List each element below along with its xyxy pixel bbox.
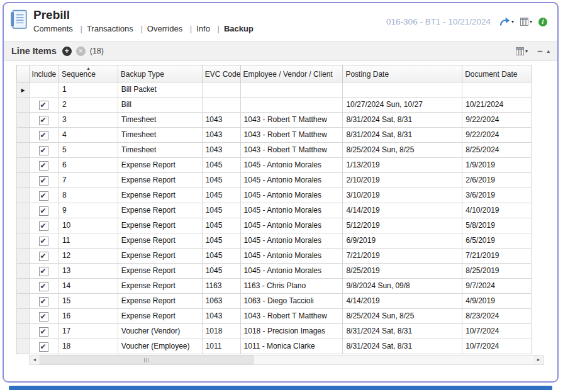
table-row[interactable]: ✔ 3 Timesheet 1043 1043 - Robert T Matth… [16,113,532,128]
include-checkbox[interactable]: ✔ [39,146,48,155]
column-header-employee-vendor-client[interactable]: Employee / Vendor / Client [241,65,343,82]
include-checkbox[interactable]: ✔ [39,297,48,306]
include-checkbox[interactable]: ✔ [39,131,48,140]
scrollbar-thumb[interactable] [40,356,254,364]
expand-section-icon[interactable]: ▴ [547,48,550,54]
include-checkbox[interactable]: ✔ [39,161,48,171]
check-icon: ✔ [40,189,46,203]
include-cell: ✔ [30,113,59,128]
scrollbar-track[interactable] [40,356,533,364]
include-checkbox[interactable]: ✔ [39,312,48,322]
table-row[interactable]: ✔ 18 Voucher (Employee) 1011 1011 - Moni… [16,339,532,354]
backup-type-cell: Expense Report [118,233,203,249]
column-header-sequence[interactable]: ▲Sequence [59,65,118,82]
tab[interactable]: Transactions [87,24,133,33]
posting-date-cell: 2/10/2019 [343,173,462,188]
column-header-posting-date[interactable]: Posting Date [343,65,462,82]
include-cell: ✔ [30,173,59,188]
document-date-cell: 10/21/2024 [462,98,532,113]
add-line-item-button[interactable]: + [62,47,72,56]
horizontal-scrollbar[interactable]: ◄ ► [29,355,544,365]
include-checkbox[interactable]: ✔ [39,282,48,291]
evc-code-cell [203,82,241,98]
posting-date-cell: 3/10/2019 [343,188,462,203]
row-indicator-cell [17,128,30,143]
sequence-cell: 11 [59,233,118,249]
backup-type-cell: Expense Report [118,264,203,279]
document-date-cell: 9/7/2024 [462,279,532,294]
table-row[interactable]: ✔ 6 Expense Report 1045 1045 - Antonio M… [16,158,532,173]
employee-vendor-client-cell: 1045 - Antonio Morales [241,233,343,249]
table-row[interactable]: ✔ 2 Bill 10/27/2024 Sun, 10/27 10/21/202… [16,98,532,113]
tab[interactable]: Info [196,24,210,33]
table-row[interactable]: ✔ 9 Expense Report 1045 1045 - Antonio M… [16,203,532,218]
navigate-menu-button[interactable]: ▾ [499,17,514,26]
chevron-down-icon: ▾ [511,19,514,25]
table-row[interactable]: ✔ 7 Expense Report 1045 1045 - Antonio M… [16,173,532,188]
tab[interactable]: Backup [224,24,254,33]
include-checkbox[interactable]: ✔ [39,206,48,216]
include-checkbox[interactable]: ✔ [39,327,48,337]
document-date-cell: 4/9/2019 [462,294,532,309]
table-row[interactable]: ✔ 15 Expense Report 1063 1063 - Diego Ta… [16,294,532,309]
row-indicator-cell [17,309,30,324]
include-cell: ✔ [30,279,59,294]
include-checkbox[interactable]: ✔ [39,116,48,125]
sequence-cell: 3 [59,113,118,128]
evc-code-cell: 1043 [203,309,241,324]
table-row[interactable]: ✔ 5 Timesheet 1043 1043 - Robert T Matth… [16,143,532,158]
check-icon: ✔ [40,340,46,354]
check-icon: ✔ [40,234,46,249]
collapse-section-button[interactable]: – [537,48,542,54]
tab-divider: | [140,24,142,33]
include-checkbox[interactable]: ✔ [39,267,48,276]
table-row[interactable]: ✔ 16 Expense Report 1043 1043 - Robert T… [16,309,532,324]
sequence-cell: 12 [59,249,118,264]
scroll-left-button[interactable]: ◄ [30,356,40,364]
include-checkbox[interactable]: ✔ [39,176,48,186]
table-row[interactable]: ✔ 14 Expense Report 1163 1163 - Chris Pl… [16,279,532,294]
info-icon[interactable]: i [538,18,547,26]
table-row[interactable]: ✔ 12 Expense Report 1045 1045 - Antonio … [16,249,532,264]
line-items-section-header: Line Items + ✕ (18) ▾ – ▴ [4,41,557,61]
employee-vendor-client-cell: 1063 - Diego Taccioli [241,294,343,309]
include-checkbox[interactable]: ✔ [39,101,48,110]
document-date-cell: 8/25/2024 [462,143,532,158]
employee-vendor-client-cell: 1043 - Robert T Matthew [241,113,343,128]
column-header-backup-type[interactable]: Backup Type [118,65,203,82]
row-indicator-cell [17,113,30,128]
column-header-document-date[interactable]: Document Date [462,65,532,82]
include-checkbox[interactable]: ✔ [39,221,48,231]
table-row[interactable]: ✔ 13 Expense Report 1045 1045 - Antonio … [16,264,532,279]
include-cell: ✔ [30,218,59,233]
scroll-right-button[interactable]: ► [533,356,543,364]
grid-column-chooser-button[interactable]: ▾ [516,47,528,55]
include-checkbox[interactable]: ✔ [39,252,48,261]
include-checkbox[interactable]: ✔ [39,342,48,352]
document-date-cell: 3/6/2019 [462,188,532,203]
table-row[interactable]: ▶ 1 Bill Packet [16,82,532,98]
include-checkbox[interactable]: ✔ [39,237,48,246]
table-row[interactable]: ✔ 8 Expense Report 1045 1045 - Antonio M… [16,188,532,203]
check-icon: ✔ [40,294,46,309]
include-checkbox[interactable]: ✔ [39,191,48,201]
layout-chooser-button[interactable]: ▾ [520,18,532,26]
tab[interactable]: Comments [33,24,73,33]
table-row[interactable]: ✔ 10 Expense Report 1045 1045 - Antonio … [16,218,532,233]
posting-date-cell: 8/25/2024 Sun, 8/25 [343,143,462,158]
table-row[interactable]: ✔ 17 Voucher (Vendor) 1018 1018 - Precis… [16,324,532,339]
column-header-evc-code[interactable]: EVC Code [203,65,241,82]
employee-vendor-client-cell: 1043 - Robert T Matthew [241,309,343,324]
prebill-window: Prebill |Comments |Transactions |Overrid… [3,2,559,383]
include-cell: ✔ [30,339,59,354]
column-header-include[interactable]: Include [30,65,59,82]
table-row[interactable]: ✔ 4 Timesheet 1043 1043 - Robert T Matth… [16,128,532,143]
remove-line-item-button[interactable]: ✕ [76,47,86,56]
tab[interactable]: Overrides [147,24,182,33]
grid-header: Include ▲Sequence Backup Type EVC Code E… [16,65,532,82]
evc-code-cell: 1018 [203,324,241,339]
sequence-cell: 4 [59,128,118,143]
row-indicator-cell [17,158,30,173]
document-date-cell: 4/10/2019 [462,203,532,218]
table-row[interactable]: ✔ 11 Expense Report 1045 1045 - Antonio … [16,233,532,249]
